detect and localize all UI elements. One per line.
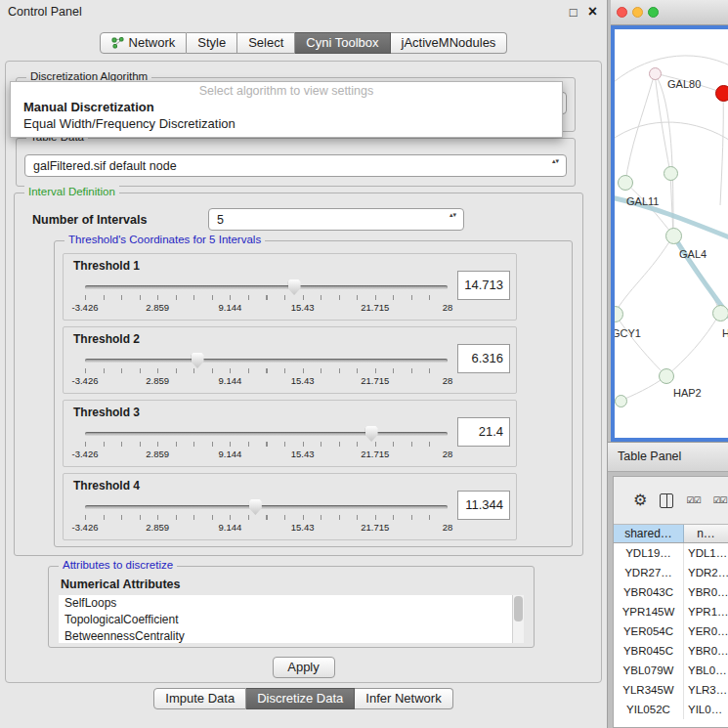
- list-item[interactable]: BetweennessCentrality: [59, 628, 524, 643]
- network-node[interactable]: [649, 67, 662, 80]
- table-cell[interactable]: YBL0…: [684, 661, 728, 680]
- columns-icon[interactable]: [660, 493, 673, 508]
- group-label: Interval Definition: [24, 186, 119, 197]
- table-cell[interactable]: YIL0…: [684, 700, 728, 719]
- table-cell[interactable]: YER054C: [614, 621, 684, 641]
- close-icon[interactable]: ×: [588, 4, 597, 20]
- gear-icon[interactable]: ⚙: [633, 492, 647, 508]
- table-cell[interactable]: YDR2…: [684, 563, 728, 582]
- scale-label: 21.715: [361, 522, 389, 533]
- slider-thumb[interactable]: [249, 499, 262, 515]
- select-columns-icon[interactable]: ☑☑: [686, 496, 700, 505]
- float-window-icon[interactable]: □: [570, 5, 578, 20]
- group-label: Attributes to discretize: [59, 559, 177, 571]
- tab-style[interactable]: Style: [187, 32, 237, 54]
- table-body: YDL19…YDL1… YDR27…YDR2… YBR043CYBR0… YPR…: [614, 543, 728, 727]
- network-node[interactable]: [665, 228, 682, 244]
- table-row[interactable]: YBR045CYBR0…: [614, 641, 728, 661]
- scrollbar-thumb[interactable]: [514, 596, 523, 621]
- table-cell[interactable]: YPR1…: [684, 602, 728, 621]
- network-node[interactable]: [659, 368, 674, 384]
- slider-track[interactable]: [85, 505, 448, 509]
- tab-infer-network[interactable]: Infer Network: [355, 688, 452, 709]
- number-of-intervals-spinner[interactable]: 5 ▴▾: [208, 208, 464, 231]
- table-data-combobox[interactable]: galFiltered.sif default node ▴▾: [24, 154, 567, 177]
- network-node[interactable]: [712, 305, 728, 321]
- scale-label: -3.426: [72, 449, 99, 459]
- scale-label: 15.43: [291, 449, 315, 459]
- scale-label: 2.859: [146, 302, 169, 313]
- threshold-value-input[interactable]: 6.316: [457, 344, 510, 373]
- tab-discretize-data[interactable]: Discretize Data: [246, 688, 355, 709]
- window-titlebar: [611, 0, 728, 25]
- threshold-label: Threshold 1: [73, 259, 140, 273]
- table-cell[interactable]: YLR345W: [614, 680, 684, 700]
- scale-label: 2.859: [146, 522, 169, 533]
- table-cell[interactable]: YDL19…: [614, 543, 684, 563]
- table-row[interactable]: YPR145WYPR1…: [614, 602, 728, 621]
- slider-track[interactable]: [85, 432, 448, 436]
- table-cell[interactable]: YBR0…: [684, 582, 728, 602]
- network-canvas[interactable]: GAL80 GAL11 GAL4 GCY1 H HAP2: [615, 29, 728, 438]
- table-row[interactable]: YIL052CYIL0…: [614, 700, 728, 719]
- table-header-name[interactable]: n…: [684, 525, 728, 542]
- table-header-shared-name[interactable]: shared…: [614, 525, 684, 542]
- table-cell[interactable]: YDL1…: [684, 543, 728, 563]
- table-cell[interactable]: YPR145W: [614, 602, 684, 621]
- threshold-value-input[interactable]: 21.4: [457, 417, 510, 447]
- threshold-label: Threshold 2: [73, 332, 140, 346]
- scale-label: 15.43: [291, 302, 315, 313]
- threshold-slider: -3.426 2.859 9.144 15.43 21.715 28: [85, 353, 448, 388]
- network-icon: [111, 37, 124, 49]
- table-cell[interactable]: YDR27…: [614, 563, 684, 582]
- network-node[interactable]: [664, 166, 678, 181]
- table-data-group: Table Data galFiltered.sif default node …: [16, 138, 576, 187]
- attributes-group: Attributes to discretize Numerical Attri…: [48, 566, 535, 648]
- window-title: Control Panel: [8, 5, 82, 19]
- table-row[interactable]: YBL079WYBL0…: [614, 661, 728, 680]
- slider-thumb[interactable]: [365, 426, 378, 442]
- list-item[interactable]: TopologicalCoefficient: [59, 612, 524, 628]
- slider-thumb[interactable]: [288, 279, 301, 295]
- table-cell[interactable]: YIL052C: [614, 700, 684, 719]
- table-row[interactable]: YDR27…YDR2…: [614, 563, 728, 582]
- table-cell[interactable]: YBR0…: [684, 641, 728, 661]
- minimize-traffic-light[interactable]: [632, 7, 643, 18]
- apply-button[interactable]: Apply: [273, 657, 335, 678]
- list-item[interactable]: SelfLoops: [59, 595, 524, 612]
- select-rows-icon[interactable]: ☑☑: [712, 496, 726, 505]
- table-cell[interactable]: YER0…: [684, 621, 728, 641]
- table-row[interactable]: YER054CYER0…: [614, 621, 728, 641]
- slider-track[interactable]: [85, 285, 448, 289]
- zoom-traffic-light[interactable]: [648, 7, 659, 18]
- popup-item-equal-width-frequency[interactable]: Equal Width/Frequency Discretization: [11, 115, 562, 132]
- popup-item-manual-discretization[interactable]: Manual Discretization: [11, 99, 562, 115]
- table-row[interactable]: YLR345WYLR3…: [614, 680, 728, 700]
- tab-jactivemnodules[interactable]: jActiveMNodules: [391, 32, 508, 54]
- scrollbar[interactable]: [512, 595, 524, 643]
- network-node[interactable]: [615, 395, 627, 407]
- tab-cyni-toolbox[interactable]: Cyni Toolbox: [295, 32, 390, 54]
- table-cell[interactable]: YLR3…: [684, 680, 728, 700]
- tab-network[interactable]: Network: [100, 32, 188, 54]
- tab-impute-data[interactable]: Impute Data: [153, 688, 246, 709]
- scale-label: 9.144: [219, 375, 242, 386]
- slider-track[interactable]: [85, 359, 448, 363]
- table-row[interactable]: YDL19…YDL1…: [614, 543, 728, 563]
- slider-thumb[interactable]: [192, 353, 204, 368]
- network-node-label: GAL80: [667, 78, 701, 90]
- network-node[interactable]: [618, 175, 633, 191]
- table-row[interactable]: YBR043CYBR0…: [614, 582, 728, 602]
- table-cell[interactable]: YBR043C: [614, 582, 684, 602]
- scale-label: -3.426: [72, 375, 99, 386]
- tab-label: Discretize Data: [257, 689, 343, 708]
- table-cell[interactable]: YBR045C: [614, 641, 684, 661]
- threshold-value-input[interactable]: 11.344: [457, 491, 510, 520]
- threshold-value-input[interactable]: 14.713: [457, 271, 510, 300]
- table-cell[interactable]: YBL079W: [614, 661, 684, 680]
- network-node-selected[interactable]: [715, 85, 728, 102]
- tab-select[interactable]: Select: [237, 32, 295, 54]
- threshold-panel: Threshold 4 -3.426 2.859 9.144 15.43 21.…: [63, 473, 517, 540]
- table-header-row: shared… n…: [614, 524, 728, 543]
- close-traffic-light[interactable]: [617, 7, 627, 18]
